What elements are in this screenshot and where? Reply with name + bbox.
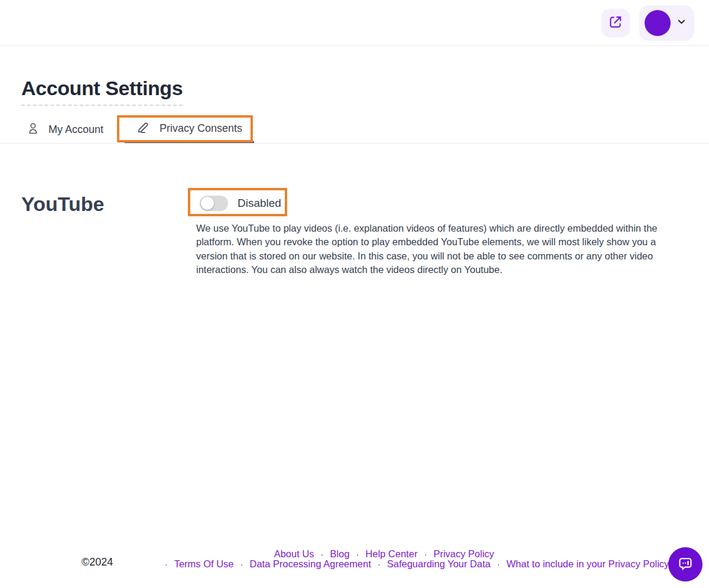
service-title: YouTube: [21, 192, 196, 216]
chat-bubble-icon: [677, 555, 694, 574]
footer-separator: ·: [240, 559, 243, 569]
tab-privacy-consents[interactable]: Privacy Consents: [125, 116, 254, 143]
toggle-state-label: Disabled: [238, 197, 281, 210]
youtube-consent-toggle-row[interactable]: Disabled: [196, 189, 685, 217]
footer-link-data-processing-agreement[interactable]: Data Processing Agreement: [250, 558, 371, 569]
external-link-button[interactable]: [601, 9, 630, 37]
tab-label: My Account: [48, 124, 103, 136]
privacy-consents-panel: YouTube Disabled We use YouTube to play …: [0, 144, 709, 277]
footer-separator: ·: [321, 549, 324, 559]
account-menu-button[interactable]: [639, 5, 694, 41]
avatar: [645, 10, 671, 36]
service-description: We use YouTube to play videos (i.e. expl…: [196, 222, 685, 277]
footer-links-row-2: ·Terms Of Use·Data Processing Agreement·…: [118, 558, 709, 570]
footer-separator: ·: [378, 559, 380, 569]
footer-link-blog[interactable]: Blog: [330, 548, 350, 559]
tab-my-account[interactable]: My Account: [21, 116, 109, 143]
footer-separator: ·: [424, 549, 427, 559]
settings-tabs: My Account Privacy Consents: [0, 116, 709, 144]
footer-link-about-us[interactable]: About Us: [274, 548, 314, 559]
footer-separator: ·: [165, 559, 168, 569]
chevron-down-icon: [676, 16, 687, 30]
footer-link-privacy-policy[interactable]: Privacy Policy: [434, 548, 495, 559]
tab-label: Privacy Consents: [160, 122, 242, 135]
footer-link-help-center[interactable]: Help Center: [366, 548, 418, 559]
footer-separator: ·: [497, 559, 500, 569]
page-title: Account Settings: [21, 77, 183, 106]
footer-link-privacy-policy-guide[interactable]: What to include in your Privacy Policy: [506, 558, 669, 569]
chat-widget-button[interactable]: [668, 547, 703, 581]
footer-link-terms-of-use[interactable]: Terms Of Use: [174, 558, 234, 569]
toggle-switch[interactable]: [200, 196, 228, 211]
footer-separator: ·: [356, 549, 359, 559]
footer-link-safeguarding-your-data[interactable]: Safeguarding Your Data: [387, 558, 490, 569]
user-icon: [27, 121, 40, 138]
toggle-knob: [201, 197, 214, 210]
external-link-icon: [608, 14, 623, 31]
pencil-icon: [136, 120, 151, 137]
topbar: [0, 0, 709, 46]
